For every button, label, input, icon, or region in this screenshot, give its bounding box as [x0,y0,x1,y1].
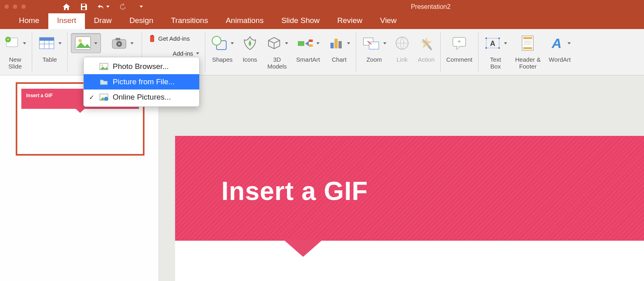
svg-rect-33 [498,47,500,49]
svg-point-15 [118,43,120,45]
svg-text:+: + [6,37,9,42]
svg-text:+: + [458,38,461,45]
smartart-button[interactable]: SmartArt [292,29,324,75]
tab-home[interactable]: Home [10,12,48,29]
thumbnail-title: Insert a GIF [26,93,53,98]
svg-rect-20 [309,44,313,47]
header-footer-label: Header & Footer [515,56,541,70]
qat-overflow-button[interactable] [138,6,143,8]
wordart-label: WordArt [549,56,571,63]
tab-slideshow[interactable]: Slide Show [272,12,328,29]
slide-title[interactable]: Insert a GIF [221,176,368,206]
svg-rect-31 [498,37,500,39]
new-slide-button[interactable]: + New Slide [0,29,30,75]
slide: Insert a GIF [175,136,644,281]
zoom-button[interactable]: Zoom [358,29,390,75]
svg-rect-23 [339,41,342,48]
online-pictures-icon [99,93,109,102]
table-label: Table [43,56,57,63]
ribbon-tabs: Home Insert Draw Design Transitions Anim… [0,13,644,29]
zoom-label: Zoom [366,56,382,63]
minimize-window-icon[interactable] [12,4,18,9]
pictures-button[interactable] [71,33,101,53]
slide-title-banner: Insert a GIF [175,136,644,241]
svg-point-11 [78,39,82,42]
tab-transitions[interactable]: Transitions [162,12,217,29]
menu-item-photo-browser[interactable]: Photo Browser... [84,59,199,74]
svg-rect-36 [523,37,532,39]
shapes-label: Shapes [212,56,233,63]
menu-item-label: Picture from File... [113,77,194,86]
photo-browser-icon [99,62,109,71]
my-addins-button[interactable]: Add-ins [173,50,199,57]
menu-item-picture-from-file[interactable]: Picture from File... [84,74,199,90]
svg-rect-0 [82,4,85,6]
folder-icon [99,77,109,86]
check-icon: ✓ [88,94,95,101]
svg-rect-18 [298,41,304,46]
pictures-dropdown-menu: Photo Browser... Picture from File... ✓ … [83,57,200,107]
title-bar: Presentation2 [0,0,644,13]
svg-rect-21 [330,43,334,48]
svg-rect-32 [485,47,487,49]
get-addins-label: Get Add-ins [158,35,190,42]
svg-rect-1 [82,7,85,10]
action-label: Action [418,56,435,63]
my-addins-label: Add-ins [173,50,193,57]
slide-canvas[interactable]: Insert a GIF [159,75,644,281]
table-button[interactable]: Table [34,29,66,75]
home-icon[interactable] [62,3,70,10]
undo-button[interactable] [97,4,109,10]
chart-button[interactable]: Chart [324,29,354,75]
screenshot-button[interactable] [108,35,136,52]
svg-rect-6 [39,37,54,41]
header-footer-button[interactable]: Header & Footer [511,29,545,75]
svg-rect-37 [523,47,532,49]
close-window-icon[interactable] [4,4,9,9]
comment-button[interactable]: + Comment [442,29,477,75]
action-button: Action [414,29,439,75]
get-addins-button[interactable]: Get Add-ins [148,34,190,43]
new-slide-label: New Slide [8,56,22,70]
3d-models-label: 3D Models [267,56,287,70]
svg-rect-25 [369,42,379,49]
svg-point-17 [212,36,221,45]
textbox-button[interactable]: A Text Box [480,29,511,75]
tab-design[interactable]: Design [121,12,162,29]
menu-item-label: Photo Browser... [113,62,194,71]
icons-button[interactable]: Icons [238,29,262,75]
chart-label: Chart [332,56,347,63]
svg-text:A: A [490,40,495,48]
icons-label: Icons [243,56,257,63]
tab-animations[interactable]: Animations [217,12,272,29]
svg-rect-30 [485,37,487,39]
link-label: Link [396,56,408,63]
quick-access-toolbar [62,3,143,10]
smartart-label: SmartArt [296,56,320,63]
tab-draw[interactable]: Draw [85,12,120,29]
window-controls [4,4,26,9]
wordart-button[interactable]: A WordArt [545,29,575,75]
link-button: Link [390,29,414,75]
menu-item-label: Online Pictures... [113,93,194,102]
window-title: Presentation2 [310,3,551,10]
comment-label: Comment [446,56,473,63]
svg-rect-13 [116,38,120,40]
textbox-label: Text Box [490,56,502,70]
save-icon[interactable] [80,3,87,10]
shapes-button[interactable]: Shapes [207,29,238,75]
fullscreen-window-icon[interactable] [21,4,26,9]
svg-rect-22 [334,39,338,48]
tab-insert[interactable]: Insert [48,12,85,29]
svg-point-43 [101,65,103,66]
redo-button[interactable] [119,3,126,10]
svg-point-45 [104,97,108,101]
tab-review[interactable]: Review [328,12,371,29]
menu-item-online-pictures[interactable]: ✓ Online Pictures... [84,90,199,105]
svg-text:A: A [551,35,562,51]
3d-models-button[interactable]: 3D Models [262,29,292,75]
svg-rect-19 [309,40,313,42]
tab-view[interactable]: View [371,12,405,29]
